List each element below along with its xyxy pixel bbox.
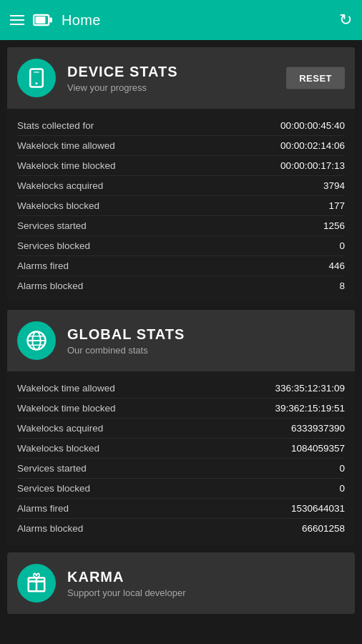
global-stats-title: GLOBAL STATS (67, 326, 185, 343)
stat-label: Services started (17, 463, 87, 474)
stat-value: 39:362:15:19:51 (275, 403, 345, 414)
table-row: Wakelocks acquired 6333937390 (17, 419, 345, 439)
karma-title: KARMA (67, 569, 186, 585)
global-stats-title-group: GLOBAL STATS Our combined stats (67, 326, 185, 356)
device-stats-header: DEVICE STATS View your progress RESET (7, 47, 355, 109)
stat-label: Wakelock time blocked (17, 403, 116, 414)
stat-label: Wakelocks acquired (17, 423, 103, 434)
gift-icon (26, 572, 47, 594)
table-row: Alarms fired 1530644031 (17, 499, 345, 519)
stat-value: 446 (328, 260, 345, 271)
stat-label: Wakelock time blocked (17, 160, 116, 171)
stat-label: Wakelocks acquired (17, 180, 103, 191)
header-title: Home (62, 12, 101, 29)
stat-value: 00:00:00:45:40 (280, 120, 345, 131)
svg-point-4 (36, 82, 38, 84)
table-row: Wakelocks acquired 3794 (17, 176, 345, 196)
phone-icon (26, 67, 47, 89)
global-stats-subtitle: Our combined stats (67, 345, 185, 356)
device-stats-icon (17, 59, 56, 97)
reset-button[interactable]: RESET (286, 67, 345, 89)
stat-label: Alarms fired (17, 260, 69, 271)
stat-label: Wakelock time allowed (17, 383, 115, 394)
global-stats-rows: Wakelock time allowed 336:35:12:31:09 Wa… (7, 371, 355, 545)
table-row: Wakelock time blocked 39:362:15:19:51 (17, 399, 345, 419)
device-stats-subtitle: View your progress (67, 82, 178, 93)
stat-label: Services started (17, 220, 87, 231)
app-header: Home ↻ (0, 0, 362, 40)
device-stats-card: DEVICE STATS View your progress RESET St… (7, 47, 355, 303)
hamburger-menu-icon[interactable] (10, 15, 24, 25)
stat-value: 0 (339, 483, 345, 494)
battery-icon (33, 10, 53, 30)
global-stats-header: GLOBAL STATS Our combined stats (7, 310, 355, 371)
table-row: Wakelocks blocked 1084059357 (17, 439, 345, 459)
karma-card: KARMA Support your local developer (7, 552, 355, 614)
stat-value: 3794 (323, 180, 345, 191)
stat-value: 6333937390 (291, 423, 345, 434)
stat-label: Stats collected for (17, 120, 94, 131)
stat-value: 00:00:00:17:13 (280, 160, 345, 171)
stat-value: 66601258 (302, 523, 345, 534)
table-row: Wakelock time blocked 00:00:00:17:13 (17, 156, 345, 176)
global-stats-icon (17, 321, 56, 360)
svg-rect-2 (49, 18, 52, 23)
stat-value: 1530644031 (291, 503, 345, 514)
stat-value: 177 (328, 200, 345, 211)
stat-label: Wakelocks blocked (17, 443, 99, 454)
refresh-button[interactable]: ↻ (339, 11, 352, 29)
table-row: Wakelock time allowed 336:35:12:31:09 (17, 379, 345, 399)
table-row: Wakelocks blocked 177 (17, 196, 345, 216)
karma-header: KARMA Support your local developer (7, 552, 355, 614)
stat-label: Alarms blocked (17, 523, 83, 534)
stat-label: Services blocked (17, 240, 90, 251)
main-content: DEVICE STATS View your progress RESET St… (0, 40, 362, 644)
stat-label: Wakelocks blocked (17, 200, 99, 211)
stat-value: 1256 (323, 220, 345, 231)
table-row: Alarms fired 446 (17, 256, 345, 276)
global-stats-card: GLOBAL STATS Our combined stats Wakelock… (7, 310, 355, 545)
table-row: Stats collected for 00:00:00:45:40 (17, 116, 345, 136)
table-row: Wakelock time allowed 00:00:02:14:06 (17, 136, 345, 156)
stat-label: Services blocked (17, 483, 90, 494)
stat-label: Alarms fired (17, 503, 69, 514)
stat-label: Wakelock time allowed (17, 140, 115, 151)
svg-rect-1 (36, 16, 46, 23)
table-row: Alarms blocked 66601258 (17, 519, 345, 538)
table-row: Services started 0 (17, 459, 345, 479)
table-row: Services blocked 0 (17, 479, 345, 499)
stat-value: 0 (339, 463, 345, 474)
device-stats-title: DEVICE STATS (67, 64, 178, 80)
device-stats-rows: Stats collected for 00:00:00:45:40 Wakel… (7, 109, 355, 303)
table-row: Services blocked 0 (17, 236, 345, 256)
header-left: Home (10, 10, 101, 30)
karma-title-group: KARMA Support your local developer (67, 569, 186, 598)
stat-value: 0 (339, 240, 345, 251)
stat-value: 1084059357 (291, 443, 345, 454)
device-stats-title-group: DEVICE STATS View your progress (67, 64, 178, 93)
stat-value: 336:35:12:31:09 (275, 383, 345, 394)
svg-rect-5 (34, 72, 39, 72)
karma-subtitle: Support your local developer (67, 587, 186, 598)
stat-value: 00:00:02:14:06 (280, 140, 345, 151)
table-row: Services started 1256 (17, 216, 345, 236)
stat-value: 8 (339, 280, 345, 291)
globe-icon (26, 330, 47, 351)
karma-icon (17, 564, 56, 602)
stat-label: Alarms blocked (17, 280, 83, 291)
table-row: Alarms blocked 8 (17, 276, 345, 296)
